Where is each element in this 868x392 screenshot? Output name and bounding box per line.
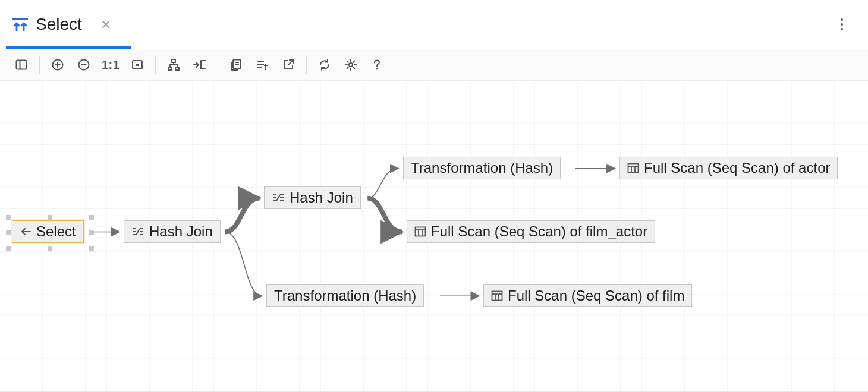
plus-circle-icon [51,58,64,71]
node-label: Transformation (Hash) [411,161,553,175]
tab-overflow-menu[interactable] [830,0,854,49]
toolbar-separator [306,56,307,74]
svg-rect-14 [168,67,172,70]
table-icon [491,290,503,301]
node-label: Hash Join [149,225,213,239]
svg-rect-15 [175,67,179,70]
show-details-button[interactable] [223,53,249,76]
tree-icon [167,58,180,71]
node-hash-join-1[interactable]: Hash Join [124,220,221,243]
collapse-into-icon [193,58,207,71]
zoom-reset-button[interactable]: 1:1 [97,53,124,76]
svg-point-3 [841,28,843,30]
show-statistics-button[interactable] [249,53,275,76]
node-label: Hash Join [290,191,353,205]
svg-rect-40 [628,164,639,173]
node-full-scan-film-actor[interactable]: Full Scan (Seq Scan) of film_actor [407,220,655,243]
tab-bar: Select [0,0,868,49]
node-label: Transformation (Hash) [274,289,416,303]
node-full-scan-film[interactable]: Full Scan (Seq Scan) of film [483,284,692,307]
question-icon [370,58,383,71]
minus-circle-icon [77,58,90,71]
svg-point-24 [376,68,378,70]
svg-rect-44 [416,227,426,236]
layout-tree-button[interactable] [161,53,187,76]
node-full-scan-actor[interactable]: Full Scan (Seq Scan) of actor [619,157,838,179]
svg-rect-4 [17,61,27,69]
svg-point-1 [841,18,843,21]
hash-join-icon [131,226,144,237]
svg-point-2 [841,23,843,26]
diagram-canvas[interactable]: Select Hash Join [0,81,868,392]
help-button[interactable] [364,53,390,76]
node-label: Full Scan (Seq Scan) of film [508,289,684,303]
tab-close-button[interactable] [99,17,113,31]
table-icon [627,163,639,173]
svg-rect-48 [492,292,502,301]
close-icon [102,20,110,29]
table-icon [414,226,426,237]
plan-up-arrows-icon [11,15,30,34]
refresh-button[interactable] [312,53,338,76]
back-arrow-icon [20,226,32,237]
tab-title: Select [36,15,82,34]
fit-to-screen-button[interactable] [124,53,150,76]
node-label: Full Scan (Seq Scan) of film_actor [431,225,647,239]
open-external-button[interactable] [275,53,301,76]
node-transformation-hash-actor[interactable]: Transformation (Hash) [403,157,561,179]
list-cursor-icon [256,58,269,71]
kebab-icon [840,17,844,31]
toolbar: 1:1 [0,49,868,81]
svg-point-23 [349,63,353,67]
zoom-out-button[interactable] [71,53,97,76]
toolbar-separator [155,56,156,74]
panel-icon [15,58,28,71]
refresh-icon [318,58,331,71]
svg-rect-12 [136,64,139,66]
toggle-sidebar-button[interactable] [8,53,34,76]
tab-underline [6,46,131,49]
external-link-icon [282,58,295,71]
tab-select[interactable]: Select [6,0,119,49]
node-label: Full Scan (Seq Scan) of actor [644,161,830,175]
node-select[interactable]: Select [12,220,84,243]
fit-screen-icon [131,58,144,71]
stack-icon [229,58,243,71]
gear-icon [344,58,357,71]
toolbar-separator [218,56,218,74]
zoom-in-button[interactable] [45,53,71,76]
svg-rect-13 [172,59,175,62]
hash-join-icon [272,192,285,203]
svg-line-22 [288,60,293,65]
toolbar-separator [39,56,40,74]
collapse-branch-button[interactable] [187,53,213,76]
settings-button[interactable] [338,53,364,76]
node-label: Select [36,225,76,239]
svg-rect-0 [12,18,28,20]
node-transformation-hash-film[interactable]: Transformation (Hash) [266,284,424,307]
node-hash-join-2[interactable]: Hash Join [264,186,361,209]
